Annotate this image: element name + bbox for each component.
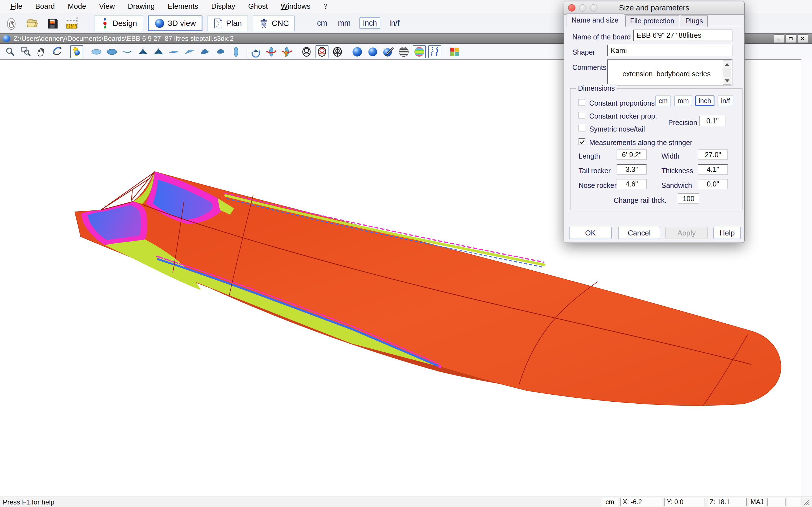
render-bands-icon[interactable]	[397, 45, 410, 58]
dialog-titlebar[interactable]: Size and parameters	[564, 1, 744, 15]
precision-field[interactable]	[700, 116, 725, 126]
color-squares-icon[interactable]	[448, 45, 461, 58]
3d-view-mode-button[interactable]: 3D view	[148, 15, 202, 31]
rotate-3d-icon[interactable]	[50, 45, 63, 58]
menu-ghost[interactable]: Ghost	[242, 2, 274, 11]
width-field[interactable]	[698, 150, 728, 160]
view-oblique-icon[interactable]	[214, 45, 227, 58]
toolbar-separator	[348, 46, 348, 58]
toolbar-separator	[445, 46, 445, 58]
menu-drawing[interactable]: Drawing	[121, 2, 161, 11]
length-label: Length	[578, 152, 600, 160]
status-empty-1	[767, 498, 785, 506]
dialog-unit-inf[interactable]: in/f	[718, 96, 733, 106]
comments-scrollbar[interactable]	[723, 61, 731, 84]
rotate-roll-icon[interactable]	[280, 45, 293, 58]
view-tail-icon[interactable]	[152, 45, 165, 58]
menu-view[interactable]: View	[93, 2, 121, 11]
measure-icon[interactable]: 1 0	[65, 16, 80, 31]
design-icon	[100, 18, 110, 29]
unit-cm[interactable]: cm	[315, 18, 329, 29]
render-sphere-icon[interactable]	[351, 45, 364, 58]
save-icon[interactable]	[45, 16, 60, 31]
menu-help[interactable]: ?	[317, 2, 334, 11]
scroll-down-icon[interactable]	[723, 77, 731, 84]
view-nose-icon[interactable]	[137, 45, 149, 58]
dialog-unit-cm[interactable]: cm	[655, 96, 671, 106]
maximize-button[interactable]	[785, 34, 796, 43]
plan-icon	[213, 18, 223, 29]
measurements-stringer-checkbox[interactable]	[578, 138, 585, 145]
sandwich-field[interactable]	[698, 179, 728, 189]
unit-mm[interactable]: mm	[336, 18, 352, 29]
wireframe-icon[interactable]	[300, 45, 313, 58]
tail-rocker-field[interactable]	[617, 164, 647, 175]
wireframe-red-icon[interactable]	[315, 45, 328, 58]
zoom-window-icon[interactable]	[19, 45, 33, 58]
thickness-field[interactable]	[698, 164, 728, 175]
help-button[interactable]: Help	[713, 227, 741, 239]
shaper-label: Shaper	[572, 48, 595, 56]
view-deck-icon[interactable]	[90, 45, 103, 58]
constant-proportions-checkbox[interactable]	[578, 99, 585, 106]
status-empty-2	[788, 498, 800, 506]
pointer-hand-icon[interactable]	[4, 16, 19, 31]
menu-elements[interactable]: Elements	[161, 2, 205, 11]
measurements-stringer-label: Measurements along the stringer	[589, 138, 692, 147]
length-field[interactable]	[617, 150, 647, 160]
view-perspective-icon[interactable]	[199, 45, 211, 58]
menu-mode[interactable]: Mode	[61, 2, 93, 11]
menu-display[interactable]: Display	[205, 2, 242, 11]
design-mode-button[interactable]: Design	[94, 15, 143, 31]
view-bottom-icon[interactable]	[105, 45, 118, 58]
change-rail-field[interactable]	[678, 193, 699, 204]
resize-grip-icon[interactable]	[802, 499, 809, 506]
open-folder-icon[interactable]	[25, 16, 40, 31]
render-curvature-icon[interactable]	[413, 45, 426, 58]
view-rail-right-icon[interactable]	[183, 45, 196, 58]
constant-rocker-checkbox[interactable]	[578, 112, 585, 119]
view-outline-icon[interactable]	[230, 45, 243, 58]
apply-button[interactable]: Apply	[665, 227, 708, 239]
plan-mode-button[interactable]: Plan	[207, 15, 248, 31]
menu-windows[interactable]: Windows	[274, 2, 317, 11]
mesh-icon[interactable]	[331, 45, 344, 58]
status-maj: MAJ	[749, 498, 765, 506]
unit-inch[interactable]: inch	[359, 17, 380, 29]
symetric-nose-tail-checkbox[interactable]	[578, 125, 585, 131]
comments-text: extension bodyboard series	[622, 70, 711, 78]
tab-plugs[interactable]: Plugs	[680, 15, 708, 27]
board-name-field[interactable]	[633, 30, 732, 41]
view-rocker-icon[interactable]	[121, 45, 134, 58]
rotate-pitch-icon[interactable]	[249, 45, 262, 58]
cnc-icon	[259, 18, 269, 29]
render-smooth-icon[interactable]	[366, 45, 379, 58]
pan-hand-icon[interactable]	[35, 45, 48, 58]
view-rail-left-icon[interactable]	[167, 45, 181, 58]
cnc-mode-button[interactable]: CNC	[253, 15, 295, 31]
cancel-button[interactable]: Cancel	[618, 227, 660, 239]
menu-file[interactable]: File	[4, 2, 29, 11]
app-window: File Board Mode View Drawing Elements Di…	[0, 0, 812, 507]
close-button[interactable]	[797, 34, 808, 43]
cnc-label: CNC	[272, 19, 289, 28]
tab-file-protection[interactable]: File protection	[625, 15, 679, 27]
ok-button[interactable]: OK	[569, 227, 612, 239]
comments-field[interactable]: extension bodyboard series	[607, 59, 732, 86]
symmetry-icon[interactable]	[428, 45, 441, 58]
dialog-unit-inch[interactable]: inch	[695, 96, 714, 106]
zoom-icon[interactable]	[4, 45, 17, 58]
dialog-unit-mm[interactable]: mm	[674, 96, 692, 106]
workspace-background	[802, 59, 812, 497]
lighting-icon[interactable]	[70, 45, 83, 58]
name-label: Name of the board	[572, 33, 631, 41]
render-paint-icon[interactable]	[382, 45, 395, 58]
menu-board[interactable]: Board	[29, 2, 61, 11]
shaper-field[interactable]	[607, 45, 732, 56]
tab-name-and-size[interactable]: Name and size	[566, 13, 624, 27]
unit-inf[interactable]: in/f	[388, 18, 401, 29]
minimize-button[interactable]	[774, 34, 784, 43]
scroll-up-icon[interactable]	[723, 61, 731, 68]
nose-rocker-field[interactable]	[617, 179, 647, 189]
rotate-yaw-icon[interactable]	[265, 45, 278, 58]
